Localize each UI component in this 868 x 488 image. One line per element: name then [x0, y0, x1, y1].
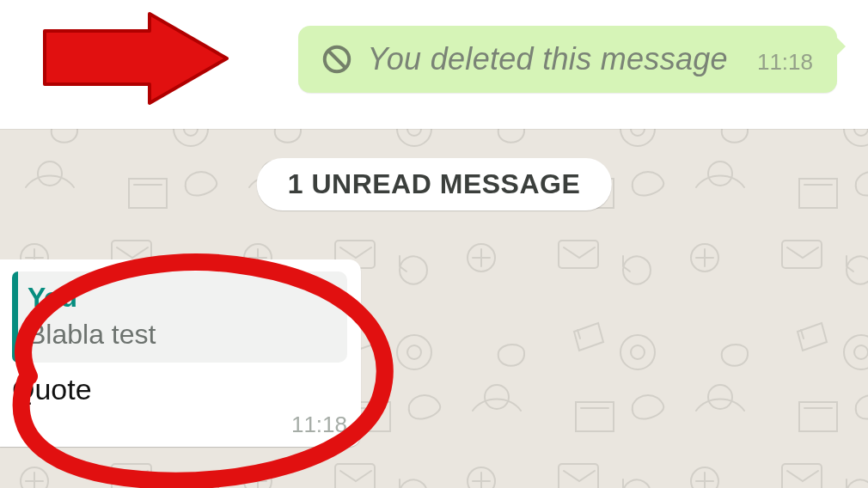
- quoted-sender-name: You: [28, 282, 333, 314]
- quoted-message-body: Blabla test: [28, 319, 333, 351]
- deleted-message-text: You deleted this message: [367, 41, 727, 77]
- incoming-message-text: Quote: [12, 373, 347, 406]
- message-timestamp: 11:18: [757, 49, 813, 76]
- svg-line-7: [329, 52, 345, 68]
- unread-count-banner: 1 UNREAD MESSAGE: [257, 158, 612, 210]
- prohibited-icon: [321, 43, 353, 76]
- message-timestamp: 11:18: [12, 412, 347, 438]
- chat-surface: You deleted this message 11:18 1 UNREAD …: [0, 0, 868, 488]
- outgoing-deleted-bubble[interactable]: You deleted this message 11:18: [298, 26, 837, 93]
- quoted-reply-box[interactable]: You Blabla test: [12, 271, 347, 363]
- incoming-message-bubble[interactable]: You Blabla test Quote 11:18: [0, 259, 361, 447]
